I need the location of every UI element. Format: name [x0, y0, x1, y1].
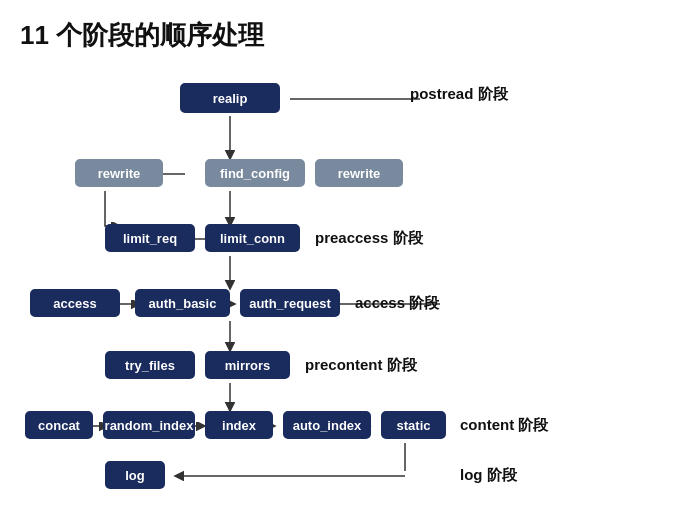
label-access: access 阶段 [355, 294, 439, 313]
node-rewrite-left: rewrite [75, 159, 163, 187]
node-try-files: try_files [105, 351, 195, 379]
node-concat: concat [25, 411, 93, 439]
page: 11 个阶段的顺序处理 [0, 0, 700, 508]
node-mirrors: mirrors [205, 351, 290, 379]
node-access: access [30, 289, 120, 317]
node-auth-basic: auth_basic [135, 289, 230, 317]
node-index: index [205, 411, 273, 439]
label-precontent: precontent 阶段 [305, 356, 417, 375]
node-random-index: random_index [103, 411, 195, 439]
arrows-svg [20, 71, 680, 508]
node-limit-req: limit_req [105, 224, 195, 252]
node-realip: realip [180, 83, 280, 113]
node-log: log [105, 461, 165, 489]
label-log: log 阶段 [460, 466, 517, 485]
node-limit-conn: limit_conn [205, 224, 300, 252]
label-postread: postread 阶段 [410, 85, 508, 104]
node-find-config: find_config [205, 159, 305, 187]
node-rewrite-right: rewrite [315, 159, 403, 187]
page-title: 11 个阶段的顺序处理 [20, 18, 680, 53]
label-content: content 阶段 [460, 416, 548, 435]
node-static: static [381, 411, 446, 439]
label-preaccess: preaccess 阶段 [315, 229, 423, 248]
node-auth-request: auth_request [240, 289, 340, 317]
node-auto-index: auto_index [283, 411, 371, 439]
diagram: realip postread 阶段 rewrite find_config r… [20, 71, 680, 508]
